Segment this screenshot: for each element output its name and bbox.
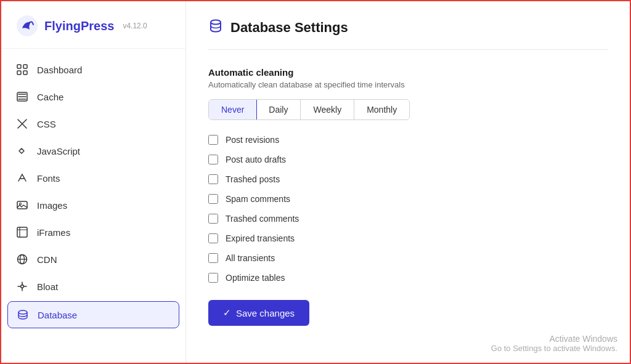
tab-monthly[interactable]: Monthly <box>354 100 409 119</box>
sidebar-item-cache[interactable]: Cache <box>1 83 185 110</box>
checkbox-optimize-tables[interactable] <box>208 273 218 283</box>
sidebar-label-fonts: Fonts <box>37 173 60 184</box>
svg-rect-4 <box>23 71 27 75</box>
cdn-icon <box>16 253 28 265</box>
activate-windows-subtitle: Go to Settings to activate Windows. <box>491 344 617 353</box>
sidebar-item-database[interactable]: Database <box>7 301 179 328</box>
flyingpress-logo-icon <box>16 15 38 37</box>
checkbox-item-post-revisions[interactable]: Post revisions <box>208 135 608 145</box>
page-header: Database Settings <box>208 18 608 50</box>
svg-rect-2 <box>23 65 27 68</box>
save-changes-button[interactable]: ✓ Save changes <box>208 300 309 326</box>
sidebar: FlyingPress v4.12.0 Dashboard Cache <box>1 1 186 363</box>
sidebar-label-css: CSS <box>37 119 56 129</box>
checkbox-item-expired-transients[interactable]: Expired transients <box>208 233 608 243</box>
sidebar-item-bloat[interactable]: Bloat <box>1 273 185 300</box>
cleaning-interval-tabs: Never Daily Weekly Monthly <box>208 99 410 120</box>
sidebar-label-cdn: CDN <box>37 254 57 265</box>
sidebar-label-dashboard: Dashboard <box>37 65 82 75</box>
sidebar-item-iframes[interactable]: iFrames <box>1 219 185 246</box>
checkbox-label-trashed-comments: Trashed comments <box>226 214 299 224</box>
svg-rect-3 <box>17 71 21 75</box>
page-title: Database Settings <box>230 20 348 36</box>
sidebar-label-javascript: JavaScript <box>37 146 80 156</box>
sidebar-label-database: Database <box>38 310 77 320</box>
checkbox-expired-transients[interactable] <box>208 233 218 243</box>
svg-point-13 <box>211 20 221 25</box>
checkbox-label-expired-transients: Expired transients <box>226 233 295 243</box>
checkbox-list: Post revisions Post auto drafts Trashed … <box>208 135 608 283</box>
checkbox-label-all-transients: All transients <box>226 253 275 263</box>
checkbox-item-post-auto-drafts[interactable]: Post auto drafts <box>208 155 608 164</box>
cache-icon <box>16 91 28 103</box>
tab-daily[interactable]: Daily <box>256 100 301 119</box>
checkbox-label-trashed-posts: Trashed posts <box>226 174 280 184</box>
sidebar-label-images: Images <box>37 200 67 211</box>
javascript-icon <box>16 145 28 157</box>
sidebar-item-images[interactable]: Images <box>1 192 185 219</box>
checkbox-all-transients[interactable] <box>208 253 218 263</box>
checkbox-item-all-transients[interactable]: All transients <box>208 253 608 263</box>
tab-never[interactable]: Never <box>208 99 257 120</box>
database-icon <box>17 309 29 321</box>
checkbox-post-auto-drafts[interactable] <box>208 155 218 164</box>
app-version: v4.12.0 <box>123 22 147 30</box>
automatic-cleaning-section: Automatic cleaning Automatically clean d… <box>208 67 608 326</box>
sidebar-item-css[interactable]: CSS <box>1 110 185 137</box>
automatic-cleaning-desc: Automatically clean database at specifie… <box>208 80 608 89</box>
checkbox-label-post-revisions: Post revisions <box>226 135 279 145</box>
images-icon <box>16 199 28 211</box>
bloat-icon <box>16 280 28 293</box>
sidebar-item-fonts[interactable]: Fonts <box>1 164 185 192</box>
checkbox-post-revisions[interactable] <box>208 135 218 145</box>
fonts-icon <box>16 172 28 184</box>
save-changes-label: Save changes <box>236 308 295 318</box>
checkbox-label-spam-comments: Spam comments <box>226 194 290 204</box>
svg-point-7 <box>20 203 22 205</box>
css-icon <box>16 118 28 130</box>
checkbox-item-trashed-comments[interactable]: Trashed comments <box>208 214 608 224</box>
checkbox-trashed-posts[interactable] <box>208 174 218 184</box>
checkbox-trashed-comments[interactable] <box>208 214 218 224</box>
sidebar-item-dashboard[interactable]: Dashboard <box>1 56 185 83</box>
svg-point-12 <box>18 310 27 314</box>
checkmark-icon: ✓ <box>223 307 231 318</box>
svg-rect-6 <box>17 201 27 209</box>
checkbox-label-optimize-tables: Optimize tables <box>226 273 285 283</box>
sidebar-label-cache: Cache <box>37 92 63 102</box>
checkbox-spam-comments[interactable] <box>208 194 218 204</box>
dashboard-icon <box>16 63 28 76</box>
main-content: Database Settings Automatic cleaning Aut… <box>186 1 630 343</box>
logo: FlyingPress v4.12.0 <box>1 1 185 49</box>
svg-rect-1 <box>17 65 21 68</box>
tab-weekly[interactable]: Weekly <box>301 100 354 119</box>
svg-rect-8 <box>17 227 27 237</box>
main-wrapper: Database Settings Automatic cleaning Aut… <box>186 1 630 363</box>
sidebar-label-bloat: Bloat <box>37 281 58 292</box>
page-header-icon <box>208 18 223 37</box>
sidebar-nav: Dashboard Cache CSS JavaSc <box>1 49 185 363</box>
sidebar-item-cdn[interactable]: CDN <box>1 246 185 273</box>
sidebar-label-iframes: iFrames <box>37 227 70 238</box>
checkbox-item-spam-comments[interactable]: Spam comments <box>208 194 608 204</box>
checkbox-item-optimize-tables[interactable]: Optimize tables <box>208 273 608 283</box>
iframes-icon <box>16 226 28 238</box>
automatic-cleaning-title: Automatic cleaning <box>208 67 608 78</box>
checkbox-item-trashed-posts[interactable]: Trashed posts <box>208 174 608 184</box>
checkbox-label-post-auto-drafts: Post auto drafts <box>226 155 286 164</box>
sidebar-item-javascript[interactable]: JavaScript <box>1 137 185 164</box>
app-name: FlyingPress <box>44 19 114 33</box>
